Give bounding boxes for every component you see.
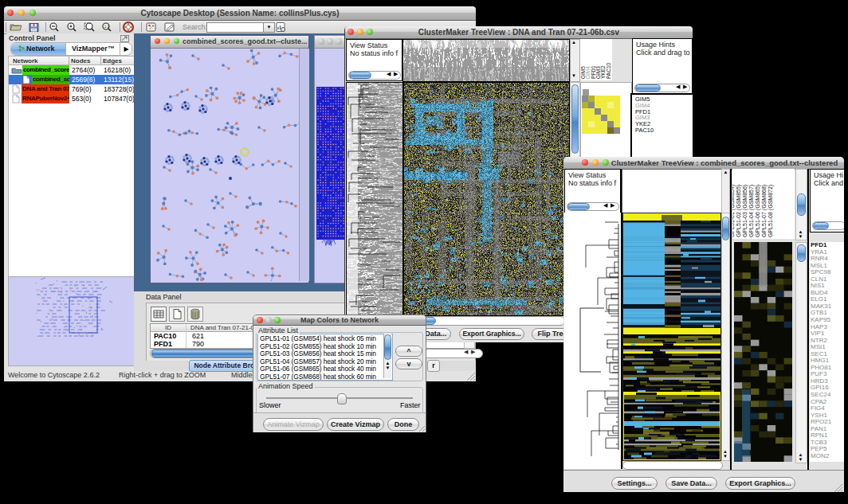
svg-text:GPL51-08 (GSM872): GPL51-08 (GSM872) [768,185,774,237]
svg-text:1:1: 1:1 [104,25,110,29]
svg-text:GPL51-02 (GSM855): GPL51-02 (GSM855) [736,185,742,237]
svg-text:GPL51-06 (GSM865): GPL51-06 (GSM865) [755,185,761,237]
svg-text:GPL51-03 (GSM856): GPL51-03 (GSM856) [742,185,748,237]
svg-text:PAC10: PAC10 [606,63,611,79]
svg-text:GPL51-04 (GSM857): GPL51-04 (GSM857) [748,185,755,237]
svg-text:GPL51-07 (GSM868): GPL51-07 (GSM868) [761,185,768,237]
